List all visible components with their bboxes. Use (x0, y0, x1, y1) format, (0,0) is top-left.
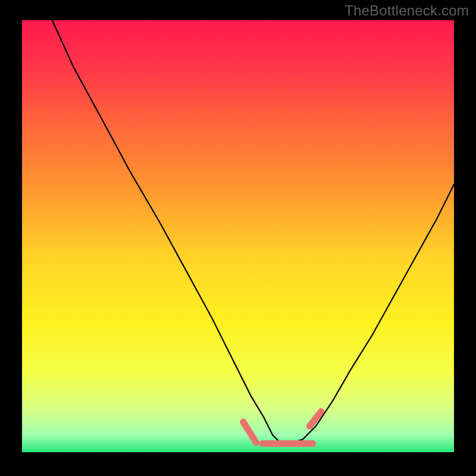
optimal-flat-segment (259, 440, 315, 447)
chart-frame: TheBottleneck.com (0, 0, 476, 476)
watermark-text: TheBottleneck.com (345, 2, 469, 19)
plot-area (22, 20, 454, 452)
bottleneck-curve (52, 20, 454, 444)
bottleneck-curve-layer (22, 20, 454, 452)
